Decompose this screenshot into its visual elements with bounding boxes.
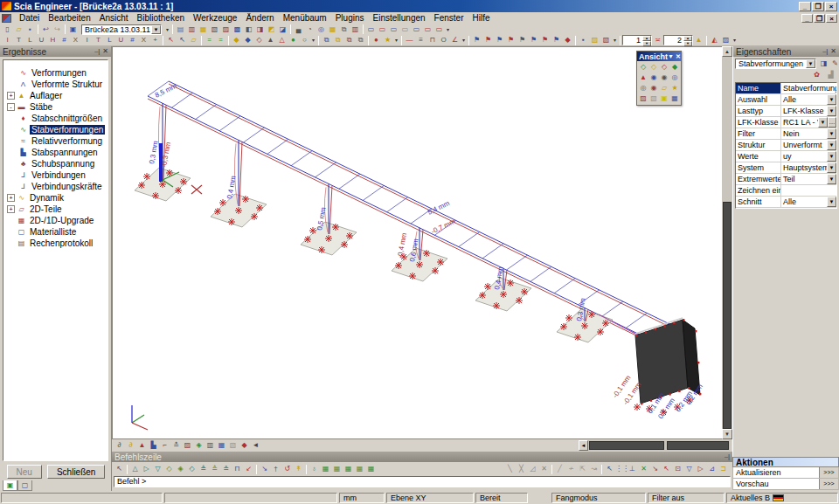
save-icon[interactable]: ▪ <box>24 24 36 35</box>
project-window-icon[interactable]: ▣ <box>67 24 79 35</box>
toolbar-icon[interactable]: ⧉ <box>321 35 332 45</box>
toolbar-icon[interactable]: ↺ <box>281 464 293 474</box>
toolbar-icon[interactable]: ◇ <box>163 464 175 474</box>
statusbar-filteraus[interactable]: Filter aus <box>648 493 725 503</box>
tree-item-relativverformung[interactable]: ≈Relativverformung <box>3 135 107 147</box>
tree-item-materialliste[interactable]: ▢Materialliste <box>3 226 107 238</box>
toolbar-icon[interactable]: ▷ <box>141 464 152 474</box>
toolbar-icon[interactable]: ▥ <box>350 24 361 35</box>
viewport-hscrollbar[interactable]: ◄ <box>579 440 731 451</box>
new-document-icon[interactable]: ▯ <box>2 24 13 35</box>
toolbar-icon[interactable]: ▲ <box>136 440 148 451</box>
tree-item-verbindungskrfte[interactable]: ⅃Verbindungskräfte <box>3 181 107 192</box>
property-value[interactable]: Alle <box>781 197 827 207</box>
side-view-icon[interactable]: ◆ <box>669 62 680 72</box>
toolbar-icon[interactable]: ↘ <box>259 464 270 474</box>
toolbar-icon[interactable]: I <box>81 35 93 45</box>
tree-item-2d1dupgrade[interactable]: ▦2D-/1D-Upgrade <box>3 215 107 226</box>
chevron-down-icon[interactable]: ▼ <box>827 151 836 162</box>
toolbar-icon[interactable]: ⚑ <box>471 35 482 45</box>
toolbar-icon[interactable]: ≜ <box>198 464 209 474</box>
action-vorschau[interactable]: Vorschau>>> <box>732 479 839 490</box>
toolbar-icon[interactable]: ⚑ <box>494 35 505 45</box>
toolbar-icon[interactable]: ⚑ <box>551 35 562 45</box>
toolbar-icon[interactable]: ▨ <box>589 35 600 45</box>
chevron-down-icon[interactable]: ▼ <box>827 174 836 184</box>
toolbar-icon[interactable]: ≗ <box>220 464 232 474</box>
toolbar-icon[interactable]: ◇ <box>186 464 198 474</box>
pin-icon[interactable]: ⎯| <box>94 47 100 56</box>
property-value[interactable]: Alle <box>781 94 827 105</box>
toolbar-icon[interactable]: ▧ <box>209 24 220 35</box>
toolbar-icon[interactable]: ▧ <box>600 35 612 45</box>
wireframe-icon[interactable]: ▣ <box>659 93 669 104</box>
toolbar-icon[interactable]: X <box>138 35 149 45</box>
tree-item-schubspannung[interactable]: ♣Schubspannung <box>3 158 107 169</box>
tab-tree-colored-icon[interactable]: ▣ <box>3 480 17 491</box>
close-button[interactable]: × <box>825 2 837 11</box>
toolbar-icon[interactable]: ↙ <box>243 464 254 474</box>
toolbar-icon[interactable]: ▭ <box>377 24 388 35</box>
save-view-icon[interactable]: ▪ <box>578 35 589 45</box>
toolbar-icon[interactable]: = <box>204 35 215 45</box>
toolbar-icon[interactable]: ▦ <box>365 464 377 474</box>
property-value[interactable]: Nein <box>781 128 827 139</box>
toolbar-icon[interactable]: ▥ <box>186 24 198 35</box>
chevron-down-icon[interactable]: ▼ <box>806 59 815 68</box>
action-run-button[interactable]: >>> <box>819 479 838 489</box>
toolbar-icon[interactable]: ▨ <box>220 24 232 35</box>
zoom-all-icon[interactable]: ◎ <box>638 83 648 93</box>
hscroll-thumb[interactable] <box>589 441 664 450</box>
toolbar-icon[interactable]: ▧ <box>648 93 659 104</box>
toolbar-icon[interactable]: ⚑ <box>528 35 539 45</box>
toolbar-icon[interactable]: ◇ <box>253 35 265 45</box>
restore-button[interactable]: ❐ <box>812 2 824 11</box>
print-icon[interactable]: ▄ <box>293 24 304 35</box>
toolbar-icon[interactable]: ▙ <box>148 440 159 451</box>
menu-menbaum[interactable]: Menübaum <box>279 13 331 23</box>
toolbar-icon[interactable]: ◄ <box>250 440 261 451</box>
overflow-icon[interactable]: ▾ <box>732 35 738 45</box>
property-type-combo[interactable]: Stabverformungen ▼ <box>735 59 816 69</box>
close-panel-button[interactable]: Schließen <box>47 465 105 479</box>
toolbar-icon[interactable]: ◆ <box>242 35 253 45</box>
property-value[interactable] <box>781 185 836 196</box>
vscroll-thumb[interactable] <box>723 202 732 429</box>
toolbar-icon[interactable]: ⧉ <box>343 35 355 45</box>
light-icon[interactable]: ★ <box>669 83 680 93</box>
overflow-icon[interactable]: ▾ <box>164 24 170 35</box>
toolbar-icon[interactable]: + <box>149 35 161 45</box>
select-icon[interactable]: ↖ <box>165 35 177 45</box>
toolbar-icon[interactable]: ◪ <box>277 24 288 35</box>
toolbar-icon[interactable]: ● <box>371 35 382 45</box>
toolbar-icon[interactable]: ▨ <box>182 440 193 451</box>
property-value[interactable]: Teil <box>781 174 827 184</box>
palette-icon[interactable]: ✿ <box>811 70 822 80</box>
toolbar-icon[interactable]: ○ <box>299 35 310 45</box>
tree-item-stabschnittgren[interactable]: ♦Stabschnittgrößen <box>3 113 107 124</box>
overflow-icon[interactable]: ▾ <box>393 35 399 45</box>
tree-item-rechenprotokoll[interactable]: ▤Rechenprotokoll <box>3 238 107 249</box>
chevron-down-icon[interactable]: ▼ <box>827 162 836 173</box>
select-add-icon[interactable]: ↖ <box>177 35 188 45</box>
toolbar-icon[interactable]: ▭ <box>399 24 411 35</box>
toolbar-icon[interactable]: ≁ <box>565 464 577 474</box>
property-value[interactable]: RC1 LA - Ver <box>781 117 818 128</box>
toolbar-icon[interactable]: ⚑ <box>517 35 528 45</box>
zoom-in-icon[interactable]: ◉ <box>648 72 659 83</box>
toolbar-icon[interactable]: L <box>104 35 115 45</box>
close-icon[interactable]: ✕ <box>102 47 108 56</box>
toolbar-icon[interactable]: ▦ <box>343 464 354 474</box>
toolbar-icon[interactable]: T <box>13 35 24 45</box>
toolbar-icon[interactable]: ▭ <box>433 24 445 35</box>
chevron-down-icon[interactable]: ▼ <box>818 117 828 128</box>
tab-tree-plain-icon[interactable]: ▢ <box>17 480 32 491</box>
axono-view-icon[interactable]: ◇ <box>638 62 648 72</box>
toolbar-icon[interactable]: ▭ <box>422 24 433 35</box>
toolbar-icon[interactable]: ⇱ <box>577 464 588 474</box>
toolbar-icon[interactable]: ▤ <box>175 24 186 35</box>
project-combo[interactable]: Brücke2a 13.03.11 ▼ <box>81 24 162 35</box>
toolbar-icon[interactable]: ≙ <box>209 464 220 474</box>
tree-item-auflager[interactable]: +▲Auflager <box>3 90 107 101</box>
zoom-out-icon[interactable]: ◉ <box>659 72 669 83</box>
